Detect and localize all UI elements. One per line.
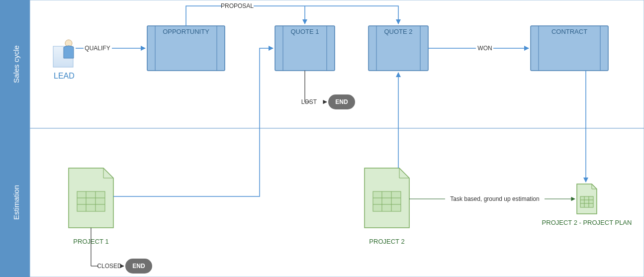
estimation-lane-label: Estimation <box>12 185 20 220</box>
project2-label: PROJECT 2 <box>369 238 404 245</box>
end2-node: END <box>125 259 152 274</box>
qualify-label: QUALIFY <box>85 45 110 52</box>
end1-label: END <box>335 98 348 105</box>
diagram-canvas: Sales cycle Estimation LEAD OPPORTUNITY … <box>0 0 644 277</box>
contract-node: CONTRACT <box>531 26 608 71</box>
quote2-label: QUOTE 2 <box>384 28 412 35</box>
quote1-node: QUOTE 1 <box>275 26 335 71</box>
svg-rect-15 <box>77 191 105 211</box>
spreadsheet-icon <box>77 191 105 211</box>
spreadsheet-icon <box>373 191 401 211</box>
closed-label: CLOSED <box>97 263 122 270</box>
person-body-icon <box>64 46 74 58</box>
spreadsheet-icon <box>580 196 593 207</box>
end1-node: END <box>328 94 355 109</box>
proposal-label: PROPOSAL <box>221 2 254 9</box>
taskbased-label: Task based, ground up estimation <box>450 195 539 202</box>
quote2-node: QUOTE 2 <box>368 26 428 71</box>
contract-label: CONTRACT <box>552 28 587 35</box>
quote1-label: QUOTE 1 <box>290 28 319 35</box>
project2-plan-label: PROJECT 2 - PROJECT PLAN <box>542 219 632 226</box>
lost-label: LOST <box>301 98 317 105</box>
svg-rect-20 <box>373 191 401 211</box>
lead-label: LEAD <box>54 72 75 80</box>
opportunity-node: OPPORTUNITY <box>147 26 225 71</box>
svg-rect-25 <box>580 196 593 207</box>
opportunity-label: OPPORTUNITY <box>163 28 209 35</box>
estimation-lane-body <box>30 128 644 277</box>
sales-lane-label: Sales cycle <box>12 45 20 83</box>
end2-label: END <box>132 263 145 270</box>
won-label: WON <box>477 45 492 52</box>
